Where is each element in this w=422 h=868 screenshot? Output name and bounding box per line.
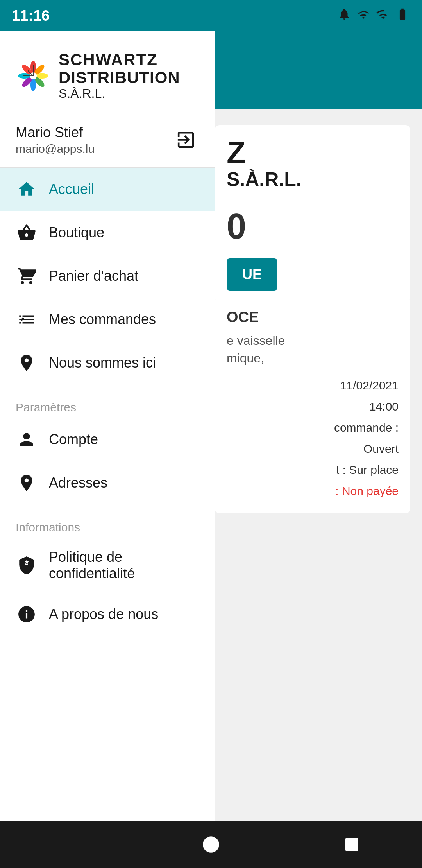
section-label-informations: Informations [0,513,215,538]
logo-icon [16,58,51,93]
user-section: Mario Stief mario@apps.lu [0,113,215,168]
svg-rect-13 [345,838,358,851]
nav-section: Accueil Boutique Panier d'achat [0,168,215,868]
nav-item-confidentialite[interactable]: Politique de confidentialité [0,538,215,593]
nav-item-location[interactable]: Nous sommes ici [0,341,215,385]
shield-icon [16,554,37,576]
nav-label-confidentialite: Politique de confidentialité [49,549,199,582]
bg-main-card: Z S.À.R.L. 0 UE [215,125,410,302]
nav-label-apropos: A propos de nous [49,606,158,622]
bg-info-card: OCE e vaisselle mique, 11/02/2021 14:00 … [215,297,410,513]
status-time: 11:16 [12,7,50,24]
status-icons [338,7,410,24]
bg-count: 0 [227,206,399,247]
nav-label-location: Nous sommes ici [49,355,156,371]
user-name: Mario Stief [16,124,95,141]
cart-icon [16,265,37,287]
list-check-icon [16,309,37,330]
wifi-icon [356,7,370,24]
basket-icon [16,222,37,244]
nav-label-panier: Panier d'achat [49,268,138,284]
nav-bar [0,821,422,868]
nav-back-button[interactable] [51,825,90,864]
nav-item-apropos[interactable]: A propos de nous [0,593,215,636]
nav-label-adresses: Adresses [49,475,107,491]
logout-button[interactable] [172,126,199,154]
bg-oce: OCE [227,309,399,326]
bg-paiement: : Non payée [335,484,399,497]
logo-schwartz: SCHWARTZ [59,51,180,69]
bg-sarl: S.À.R.L. [227,168,399,191]
info-circle-icon [16,604,37,625]
nav-item-accueil[interactable]: Accueil [0,168,215,211]
person-icon [16,429,37,450]
logo-section: SCHWARTZ DISTRIBUTION S.À.R.L. [0,31,215,113]
notification-icon [338,7,351,24]
user-info: Mario Stief mario@apps.lu [16,124,95,156]
bg-detail: 11/02/2021 14:00 commande : Ouvert t : S… [227,375,399,502]
bg-desc: e vaisselle mique, [227,332,399,367]
logo-distribution: DISTRIBUTION [59,69,180,87]
logo-text: SCHWARTZ DISTRIBUTION S.À.R.L. [59,51,180,101]
home-icon [16,179,37,200]
nav-label-boutique: Boutique [49,224,104,241]
svg-point-12 [203,836,219,853]
nav-label-commandes: Mes commandes [49,311,156,328]
user-email: mario@apps.lu [16,142,95,156]
section-divider-1 [0,389,215,389]
bg-button: UE [227,258,277,291]
nav-label-compte: Compte [49,431,98,448]
bg-title: Z [227,137,399,168]
nav-label-accueil: Accueil [49,181,94,197]
section-label-parametres: Paramètres [0,393,215,418]
logo-sarl: S.À.R.L. [59,87,180,100]
location-pen-icon [16,472,37,494]
nav-item-panier[interactable]: Panier d'achat [0,255,215,298]
battery-icon [395,7,410,24]
status-bar: 11:16 [0,0,422,31]
section-divider-2 [0,509,215,509]
nav-item-adresses[interactable]: Adresses [0,461,215,505]
drawer: SCHWARTZ DISTRIBUTION S.À.R.L. Mario Sti… [0,31,215,868]
nav-item-commandes[interactable]: Mes commandes [0,298,215,341]
pin-icon [16,352,37,374]
signal-icon [376,7,389,24]
nav-item-boutique[interactable]: Boutique [0,211,215,255]
nav-item-compte[interactable]: Compte [0,418,215,461]
nav-recent-button[interactable] [332,825,371,864]
nav-home-button[interactable] [191,825,231,864]
